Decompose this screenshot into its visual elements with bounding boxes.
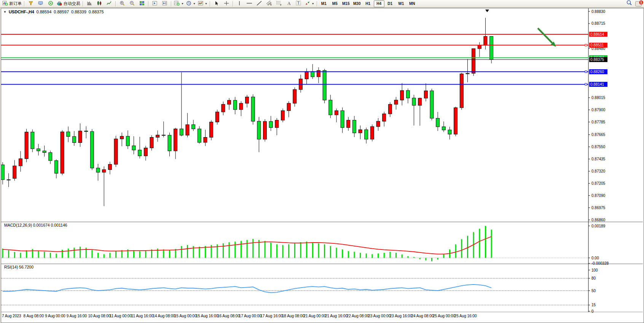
candle-body xyxy=(359,130,362,133)
timeframe-d1[interactable]: D1 xyxy=(385,0,395,7)
candle-body xyxy=(90,131,94,168)
tile-windows-button[interactable] xyxy=(137,0,147,8)
alerts-button[interactable] xyxy=(26,0,36,8)
line-handle[interactable] xyxy=(585,83,587,85)
notifications-icon[interactable]: 1 xyxy=(635,1,642,6)
candle-body xyxy=(108,164,112,169)
crosshair-icon xyxy=(224,0,229,7)
svg-text:E: E xyxy=(270,3,272,6)
macd-label: MACD(12,26,9) 0.001674 0.001146 xyxy=(4,223,67,227)
rsi-axis-label: 50 xyxy=(591,289,596,293)
candle-body xyxy=(114,139,118,165)
cursor-button[interactable] xyxy=(212,0,222,8)
timeframe-h4[interactable]: H4 xyxy=(374,0,384,7)
candle-body xyxy=(275,120,279,128)
candle-body xyxy=(7,180,10,180)
price-tick-label: 0.88715 xyxy=(591,21,606,26)
indicators-button[interactable]: ▼ xyxy=(173,0,185,8)
trendline-button[interactable] xyxy=(254,0,264,8)
auto-trading-button[interactable]: 自动交易 xyxy=(56,0,81,8)
price-line-label-text: 0.88614 xyxy=(590,32,604,37)
price-line-label-text: 0.88260 xyxy=(590,70,604,74)
time-axis-label: 16 Aug 08:00 xyxy=(217,314,240,318)
new-order-label: 新订单 xyxy=(9,1,22,6)
candle-body xyxy=(287,103,290,110)
market-watch-button[interactable] xyxy=(36,0,46,8)
candle-body xyxy=(406,91,410,98)
candle-body xyxy=(239,103,243,110)
candle-body xyxy=(120,136,124,139)
fibonacci-icon: F xyxy=(276,0,282,7)
templates-icon xyxy=(198,0,203,7)
timeframe-w1[interactable]: W1 xyxy=(396,0,406,7)
search-icon[interactable] xyxy=(626,0,632,7)
line-handle[interactable] xyxy=(585,44,587,46)
line-handle[interactable] xyxy=(585,71,587,73)
vertical-line-button[interactable] xyxy=(234,0,244,8)
candle-body xyxy=(25,132,28,159)
chevron-down-icon: ▼ xyxy=(181,2,184,5)
candle-body xyxy=(454,108,457,134)
timeframe-m5[interactable]: M5 xyxy=(330,0,340,7)
candle-body xyxy=(174,129,177,151)
main-toolbar: 新订单 自动交易 ▼ ▼ ▼ E F A T ▼ M1M5M15M30H1H4D… xyxy=(0,0,644,8)
timeframe-m30[interactable]: M30 xyxy=(352,0,362,7)
rsi-axis-label: 15 xyxy=(591,303,596,307)
timeframe-h1[interactable]: H1 xyxy=(363,0,373,7)
time-axis-label: 11 Aug 00:00 xyxy=(110,314,132,318)
text-label-button[interactable]: T xyxy=(294,0,304,8)
line-chart-button[interactable] xyxy=(104,0,114,8)
crosshair-button[interactable] xyxy=(222,0,231,8)
candle-body xyxy=(448,130,451,134)
equidistant-channel-button[interactable]: E xyxy=(264,0,274,8)
chart-background[interactable] xyxy=(1,8,643,322)
candle-body xyxy=(388,104,392,114)
periods-button[interactable]: ▼ xyxy=(185,0,197,8)
time-axis-label: 25 Aug 00:00 xyxy=(433,314,455,318)
candle-body xyxy=(1,165,5,180)
time-axis-label: 15 Aug 16:00 xyxy=(196,314,218,318)
candlestick-chart-button[interactable] xyxy=(94,0,104,8)
candle-body xyxy=(263,122,267,139)
time-axis-label: 22 Aug 08:00 xyxy=(347,314,369,318)
auto-scroll-icon xyxy=(152,0,158,7)
horizontal-line-button[interactable] xyxy=(244,0,254,8)
cursor-arrow-icon xyxy=(214,0,219,7)
candle-body xyxy=(204,138,207,142)
auto-trading-label: 自动交易 xyxy=(64,1,80,6)
timeframe-m15[interactable]: M15 xyxy=(341,0,351,7)
candle-body xyxy=(436,118,440,127)
toolbar-right: 1 xyxy=(626,0,642,7)
candle-body xyxy=(84,131,88,131)
templates-button[interactable]: ▼ xyxy=(197,0,209,8)
arrows-tool-button[interactable]: ▼ xyxy=(304,0,316,8)
fibonacci-button[interactable]: F xyxy=(274,0,284,8)
time-axis-label: 14 Aug 08:00 xyxy=(153,314,175,318)
zoom-in-button[interactable] xyxy=(117,0,127,8)
candle-body xyxy=(156,135,159,137)
candle-body xyxy=(180,129,183,135)
toolbar-separator xyxy=(210,1,210,6)
candle-body xyxy=(365,130,368,139)
time-axis-label: 24 Aug 08:00 xyxy=(411,314,434,318)
chart-canvas[interactable]: 0.888300.887150.884800.880150.879000.877… xyxy=(1,8,643,322)
rsi-axis-label: 100 xyxy=(591,268,598,272)
text-button[interactable]: A xyxy=(284,0,294,8)
candle-body xyxy=(144,148,147,156)
signals-button[interactable] xyxy=(46,0,56,8)
toolbar-separator xyxy=(171,1,172,6)
candle-body xyxy=(424,91,427,98)
auto-scroll-button[interactable] xyxy=(150,0,160,8)
candle-body xyxy=(281,111,285,120)
price-line-label-text: 0.88141 xyxy=(590,82,604,86)
candle-body xyxy=(245,97,249,103)
candle-body xyxy=(222,104,225,112)
funnel-icon xyxy=(28,0,33,7)
candle-body xyxy=(162,135,165,135)
timeframe-mn[interactable]: MN xyxy=(407,0,418,7)
timeframe-m1[interactable]: M1 xyxy=(319,0,329,7)
new-order-button[interactable]: 新订单 xyxy=(1,0,23,8)
chart-shift-button[interactable] xyxy=(160,0,170,8)
zoom-out-button[interactable] xyxy=(127,0,137,8)
bar-chart-button[interactable] xyxy=(84,0,94,8)
